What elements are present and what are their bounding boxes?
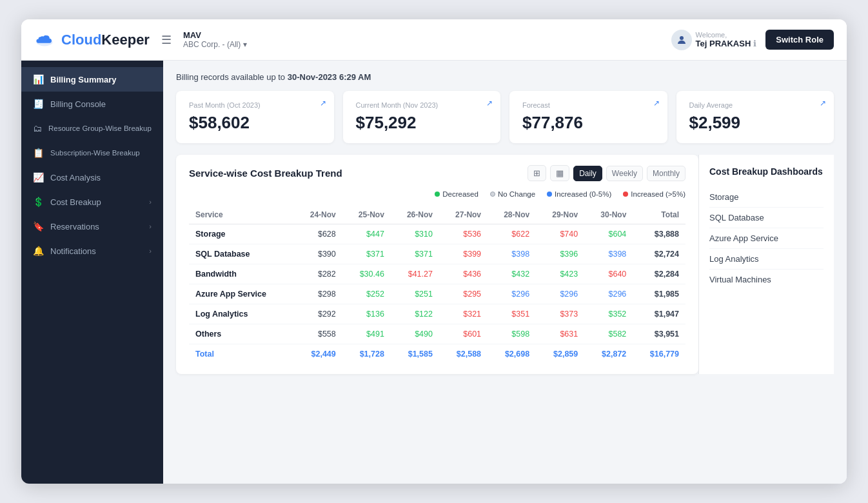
cell-value: $251 xyxy=(391,284,439,304)
cell-service: SQL Database xyxy=(189,244,294,264)
resource-group-icon: 🗂 xyxy=(33,123,42,133)
cell-value: $371 xyxy=(342,244,391,264)
table-view-button[interactable]: ⊞ xyxy=(528,165,546,181)
right-panel: Cost Breakup Dashboards Storage SQL Data… xyxy=(698,155,834,374)
cell-value: $1,728 xyxy=(342,344,391,364)
table-row: Others$558$491$490$601$598$631$582$3,951 xyxy=(189,324,686,344)
cell-value: $292 xyxy=(294,304,342,324)
logo-area: CloudKeeper ☰ xyxy=(34,32,172,48)
col-30nov: 30-Nov xyxy=(584,206,633,224)
sidebar-item-label: Cost Breakup xyxy=(50,197,143,207)
chevron-right-icon: › xyxy=(149,198,152,206)
cell-value: $640 xyxy=(584,264,633,284)
sidebar-item-billing-summary[interactable]: 📊 Billing Summary xyxy=(21,67,163,92)
sidebar-item-cost-analysis[interactable]: 📈 Cost Analysis xyxy=(21,165,163,190)
col-28nov: 28-Nov xyxy=(488,206,536,224)
info-icon[interactable]: ℹ xyxy=(753,39,756,48)
billing-notice: Billing records available up to 30-Nov-2… xyxy=(176,72,834,82)
dashboard-link-storage[interactable]: Storage xyxy=(709,187,824,208)
dashboard-link-sql[interactable]: SQL Database xyxy=(709,208,824,228)
col-25nov: 25-Nov xyxy=(342,206,391,224)
app-wrapper: CloudKeeper ☰ MAV ABC Corp. - (All) ▾ We… xyxy=(21,19,847,484)
sidebar: 📊 Billing Summary 🧾 Billing Console 🗂 Re… xyxy=(21,61,163,484)
cell-value: $622 xyxy=(488,224,536,244)
sidebar-item-reservations[interactable]: 🔖 Reservations › xyxy=(21,214,163,239)
cell-value: $310 xyxy=(391,224,439,244)
dashboard-link-log[interactable]: Log Analytics xyxy=(709,249,824,270)
external-link-icon[interactable]: ↗ xyxy=(320,99,326,108)
cell-value: $373 xyxy=(536,304,584,324)
dashboard-link-azure-app[interactable]: Azure App Service xyxy=(709,228,824,249)
subscription-wise-icon: 📋 xyxy=(33,148,44,158)
cell-value: $371 xyxy=(391,244,439,264)
external-link-icon[interactable]: ↗ xyxy=(653,99,660,108)
hamburger-menu-icon[interactable]: ☰ xyxy=(161,33,172,47)
table-row: Storage$628$447$310$536$622$740$604$3,88… xyxy=(189,224,686,244)
org-info: MAV ABC Corp. - (All) ▾ xyxy=(183,30,247,49)
cell-service: Azure App Service xyxy=(189,284,294,304)
cell-value: $2,872 xyxy=(584,344,633,364)
sidebar-item-label: Cost Analysis xyxy=(50,173,152,182)
cost-breakup-icon: 💲 xyxy=(33,197,44,207)
card-label: Past Month (Oct 2023) xyxy=(189,101,321,109)
sidebar-item-resource-group[interactable]: 🗂 Resource Group-Wise Breakup xyxy=(21,116,163,141)
monthly-button[interactable]: Monthly xyxy=(647,166,686,181)
cell-value: $598 xyxy=(488,324,536,344)
cell-value: $398 xyxy=(488,244,536,264)
cell-value: $432 xyxy=(488,264,536,284)
cell-service: Bandwidth xyxy=(189,264,294,284)
external-link-icon[interactable]: ↗ xyxy=(820,99,826,108)
cell-total: $3,888 xyxy=(633,224,686,244)
card-label: Forecast xyxy=(522,101,655,109)
cell-value: $2,449 xyxy=(294,344,342,364)
card-label: Current Month (Nov 2023) xyxy=(356,101,488,109)
dashboard-link-vm[interactable]: Virtual Machines xyxy=(709,270,824,290)
table-row: Azure App Service$298$252$251$295$296$29… xyxy=(189,284,686,304)
external-link-icon[interactable]: ↗ xyxy=(486,99,493,108)
cell-value: $582 xyxy=(584,324,633,344)
cell-value: $282 xyxy=(294,264,342,284)
cell-value: $321 xyxy=(439,304,488,324)
cell-value: $252 xyxy=(342,284,391,304)
svg-point-1 xyxy=(680,36,684,40)
card-current-month: Current Month (Nov 2023) $75,292 ↗ xyxy=(343,91,501,143)
daily-button[interactable]: Daily xyxy=(573,166,602,181)
cell-value: $2,588 xyxy=(439,344,488,364)
cell-value: $30.46 xyxy=(342,264,391,284)
cell-value: $296 xyxy=(584,284,633,304)
table-row: SQL Database$390$371$371$399$398$396$398… xyxy=(189,244,686,264)
org-selector[interactable]: ABC Corp. - (All) ▾ xyxy=(183,40,247,49)
cell-value: $136 xyxy=(342,304,391,324)
nav-right: Welcome, Tej PRAKASH ℹ Switch Role xyxy=(671,30,834,50)
sidebar-item-label: Resource Group-Wise Breakup xyxy=(48,124,152,132)
sidebar-item-label: Billing Console xyxy=(50,99,152,109)
sidebar-item-label: Billing Summary xyxy=(50,75,152,84)
switch-role-button[interactable]: Switch Role xyxy=(765,30,834,50)
sidebar-item-subscription-wise[interactable]: 📋 Subscription-Wise Breakup xyxy=(21,141,163,165)
weekly-button[interactable]: Weekly xyxy=(606,166,643,181)
logo-text: CloudKeeper xyxy=(61,32,150,48)
welcome-area: Welcome, Tej PRAKASH ℹ xyxy=(671,30,757,50)
cell-value: $604 xyxy=(584,224,633,244)
summary-cards: Past Month (Oct 2023) $58,602 ↗ Current … xyxy=(176,91,834,143)
cell-value: $2,859 xyxy=(536,344,584,364)
col-26nov: 26-Nov xyxy=(391,206,439,224)
legend-increased-high: Increased (>5%) xyxy=(623,190,686,198)
cell-service: Log Analytics xyxy=(189,304,294,324)
cell-service: Total xyxy=(189,344,294,364)
chevron-right-icon: › xyxy=(149,247,152,255)
sidebar-item-notifications[interactable]: 🔔 Notifications › xyxy=(21,239,163,263)
sidebar-item-label: Subscription-Wise Breakup xyxy=(50,149,152,157)
content-with-right: Service-wise Cost Breakup Trend ⊞ ▦ Dail… xyxy=(176,155,834,374)
sidebar-item-cost-breakup[interactable]: 💲 Cost Breakup › xyxy=(21,190,163,214)
right-panel-title: Cost Breakup Dashboards xyxy=(709,166,824,177)
cloud-logo-icon xyxy=(34,33,55,47)
chart-view-button[interactable]: ▦ xyxy=(550,165,569,181)
sidebar-item-billing-console[interactable]: 🧾 Billing Console xyxy=(21,92,163,116)
card-value: $58,602 xyxy=(189,113,321,133)
notifications-icon: 🔔 xyxy=(33,246,44,256)
billing-date: 30-Nov-2023 6:29 AM xyxy=(288,72,371,82)
cell-value: $436 xyxy=(439,264,488,284)
col-service: Service xyxy=(189,206,294,224)
cell-value: $740 xyxy=(536,224,584,244)
